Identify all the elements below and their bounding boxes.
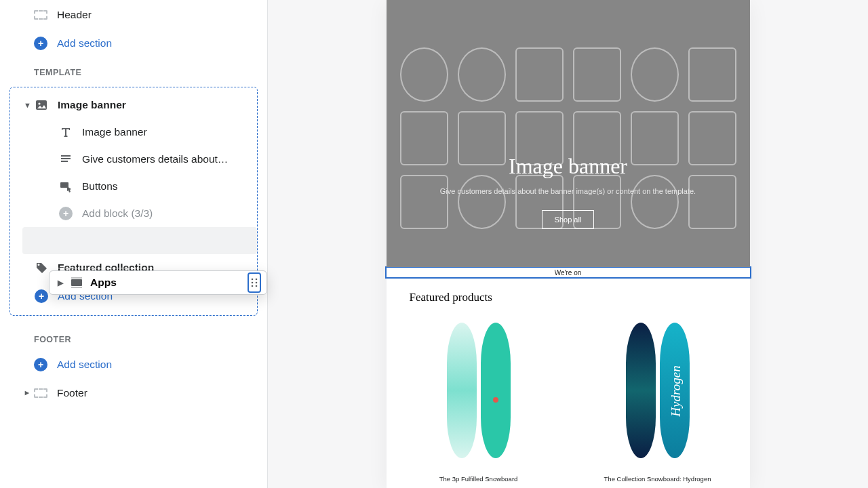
block-label: Give customers details about…: [82, 153, 228, 165]
plus-icon: +: [35, 289, 48, 303]
drag-handle-icon[interactable]: [248, 272, 261, 293]
app-section-text: We're on: [555, 269, 582, 277]
sidebar-item-header[interactable]: Header: [0, 1, 267, 28]
block-label: Image banner: [82, 126, 147, 138]
product-card[interactable]: The Collection Snowboard: Hydrogen: [589, 319, 727, 483]
add-section-header[interactable]: + Add section: [0, 28, 267, 58]
buttons-icon: [59, 180, 73, 193]
add-section-label: Add section: [57, 37, 112, 49]
footer-heading: FOOTER: [0, 325, 267, 350]
product-title: The 3p Fulfilled Snowboard: [439, 475, 518, 483]
section-label: Image banner: [58, 99, 126, 111]
template-heading: TEMPLATE: [0, 58, 267, 83]
expand-icon[interactable]: ▼: [22, 390, 31, 397]
selected-app-section[interactable]: We're on: [385, 266, 751, 279]
section-preview-image-banner[interactable]: Image banner Give customers details abou…: [387, 0, 750, 267]
product-grid: The 3p Fulfilled Snowboard The Collectio…: [410, 319, 727, 483]
dragging-section-apps[interactable]: ▶ Apps: [49, 270, 267, 295]
block-label: Buttons: [82, 180, 118, 192]
svg-rect-3: [61, 158, 71, 159]
block-buttons[interactable]: Buttons: [10, 173, 257, 200]
plus-icon: +: [34, 37, 47, 50]
svg-rect-4: [61, 161, 68, 162]
expand-icon: ▶: [58, 279, 63, 287]
dragging-label: Apps: [90, 277, 117, 289]
plus-icon-disabled: +: [59, 207, 73, 220]
section-placeholder-icon: [34, 386, 47, 400]
svg-point-12: [256, 282, 258, 284]
drop-target-slot: [22, 227, 257, 254]
product-card[interactable]: The 3p Fulfilled Snowboard: [410, 319, 548, 483]
banner-cta-button[interactable]: Shop all: [542, 210, 595, 229]
sidebar-item-label: Footer: [57, 387, 87, 399]
add-block-disabled: + Add block (3/3): [10, 200, 257, 227]
product-title: The Collection Snowboard: Hydrogen: [604, 475, 711, 483]
theme-editor-sidebar: Header + Add section TEMPLATE ▼ Image ba…: [0, 0, 268, 488]
text-heading-icon: [59, 125, 73, 139]
block-heading[interactable]: Image banner: [10, 119, 257, 146]
svg-point-10: [256, 279, 258, 281]
banner-subtext: Give customers details about the banner …: [440, 187, 696, 195]
add-section-label: Add section: [57, 359, 112, 371]
svg-point-11: [252, 282, 254, 284]
svg-point-1: [38, 102, 40, 104]
paragraph-icon: [59, 152, 73, 166]
sidebar-item-label: Header: [57, 9, 92, 21]
featured-heading: Featured products: [410, 291, 727, 304]
section-placeholder-icon: [34, 8, 47, 22]
storefront-preview: Image banner Give customers details abou…: [387, 0, 750, 488]
collapse-icon[interactable]: ▼: [24, 101, 31, 109]
preview-panel: Image banner Give customers details abou…: [268, 0, 868, 488]
image-icon: [35, 98, 48, 112]
banner-heading: Image banner: [509, 154, 627, 179]
svg-rect-6: [71, 279, 82, 286]
tag-icon: [35, 261, 48, 274]
sidebar-item-footer[interactable]: ▼ Footer: [0, 380, 267, 407]
svg-point-14: [256, 285, 258, 287]
section-preview-featured-collection[interactable]: Featured products The 3p Fulfilled Snowb…: [387, 279, 750, 483]
add-section-footer[interactable]: + Add section: [0, 350, 267, 380]
product-image: [411, 319, 547, 462]
section-image-banner[interactable]: ▼ Image banner: [10, 92, 257, 119]
svg-point-13: [252, 285, 254, 287]
svg-rect-2: [61, 155, 71, 157]
add-block-label: Add block (3/3): [82, 207, 153, 220]
product-image: [590, 319, 726, 462]
plus-icon: +: [34, 358, 47, 371]
svg-rect-7: [71, 277, 82, 279]
app-block-icon: [70, 276, 83, 289]
svg-point-9: [252, 279, 254, 281]
svg-rect-8: [71, 287, 82, 288]
block-text[interactable]: Give customers details about…: [10, 146, 257, 173]
